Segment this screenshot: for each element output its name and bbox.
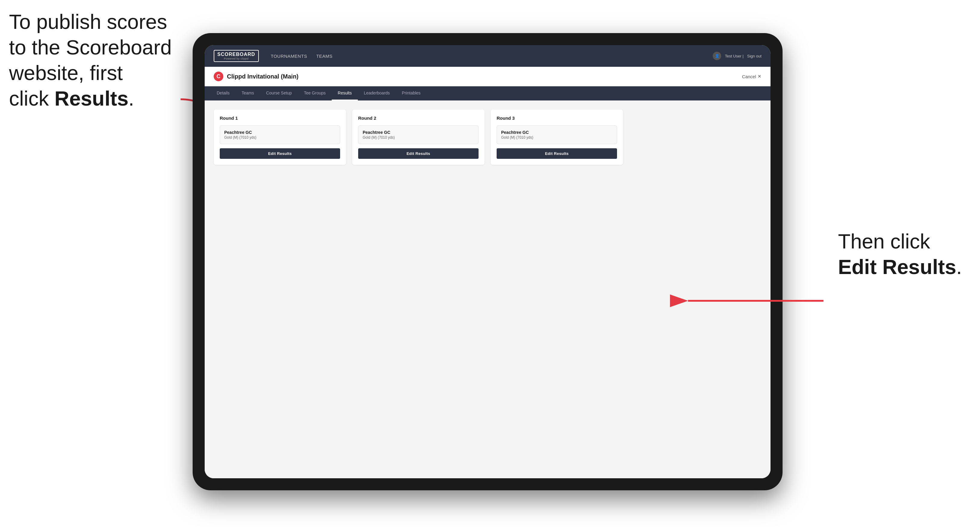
- round-1-card: Round 1 Peachtree GC Gold (M) (7010 yds)…: [214, 110, 346, 165]
- logo-scoreboard: SCOREBOARD: [217, 52, 255, 57]
- instruction-left: To publish scores to the Scoreboard webs…: [9, 9, 172, 111]
- tab-tee-groups[interactable]: Tee Groups: [298, 86, 332, 100]
- cancel-label: Cancel: [742, 74, 756, 79]
- logo-powered: Powered by clippd: [224, 57, 248, 60]
- round-1-course-card: Peachtree GC Gold (M) (7010 yds): [220, 125, 340, 144]
- round-2-card: Round 2 Peachtree GC Gold (M) (7010 yds)…: [352, 110, 485, 165]
- instruction-edit-results-bold: Edit Results: [838, 256, 956, 278]
- round-3-course-card: Peachtree GC Gold (M) (7010 yds): [496, 125, 617, 144]
- edit-results-round-2[interactable]: Edit Results: [358, 148, 479, 159]
- empty-column: [629, 110, 762, 165]
- round-3-title: Round 3: [496, 116, 617, 121]
- instruction-right: Then click Edit Results.: [838, 229, 962, 280]
- round-3-course-detail: Gold (M) (7010 yds): [501, 135, 612, 140]
- edit-results-round-3[interactable]: Edit Results: [496, 148, 617, 159]
- round-2-course-detail: Gold (M) (7010 yds): [363, 135, 474, 140]
- round-2-course-name: Peachtree GC: [363, 130, 474, 135]
- tab-leaderboards[interactable]: Leaderboards: [358, 86, 396, 100]
- round-3-card: Round 3 Peachtree GC Gold (M) (7010 yds)…: [491, 110, 623, 165]
- tournament-title-row: C Clippd Invitational (Main): [214, 71, 299, 81]
- sign-out-link[interactable]: Sign out: [747, 54, 762, 58]
- instruction-right-line1: Then click: [838, 230, 930, 253]
- user-icon: 👤: [713, 52, 721, 60]
- tab-results[interactable]: Results: [332, 86, 358, 100]
- tabs-bar: Details Teams Course Setup Tee Groups Re…: [205, 86, 770, 100]
- nav-links: TOURNAMENTS TEAMS: [271, 54, 713, 59]
- round-1-course-detail: Gold (M) (7010 yds): [224, 135, 336, 140]
- instruction-line4-prefix: click: [9, 87, 54, 110]
- edit-results-round-1[interactable]: Edit Results: [220, 148, 340, 159]
- nav-tournaments[interactable]: TOURNAMENTS: [271, 54, 307, 59]
- instruction-results-bold: Results: [54, 87, 129, 110]
- round-1-course-name: Peachtree GC: [224, 130, 336, 135]
- nav-right: 👤 Test User | Sign out: [713, 52, 762, 60]
- nav-teams[interactable]: TEAMS: [317, 54, 332, 59]
- tablet-device: SCOREBOARD Powered by clippd TOURNAMENTS…: [192, 33, 783, 490]
- instruction-right-suffix: .: [956, 256, 962, 278]
- round-2-title: Round 2: [358, 116, 479, 121]
- round-1-title: Round 1: [220, 116, 340, 121]
- cancel-button[interactable]: Cancel ✕: [742, 74, 762, 79]
- tournament-header: C Clippd Invitational (Main) Cancel ✕: [205, 67, 770, 86]
- arrow-to-edit-results: [679, 283, 829, 319]
- round-3-course-name: Peachtree GC: [501, 130, 612, 135]
- tablet-screen: SCOREBOARD Powered by clippd TOURNAMENTS…: [205, 45, 770, 478]
- round-2-course-card: Peachtree GC Gold (M) (7010 yds): [358, 125, 479, 144]
- tournament-logo: C: [214, 71, 223, 81]
- logo-area: SCOREBOARD Powered by clippd: [214, 50, 259, 62]
- user-label: Test User |: [725, 54, 743, 58]
- tab-printables[interactable]: Printables: [396, 86, 426, 100]
- rounds-grid: Round 1 Peachtree GC Gold (M) (7010 yds)…: [214, 110, 762, 165]
- instruction-line3: website, first: [9, 61, 123, 84]
- close-icon: ✕: [757, 74, 762, 79]
- tab-details[interactable]: Details: [211, 86, 235, 100]
- instruction-line4-suffix: .: [129, 87, 134, 110]
- instruction-line1: To publish scores: [9, 10, 167, 33]
- tab-teams[interactable]: Teams: [235, 86, 260, 100]
- logo-box: SCOREBOARD Powered by clippd: [214, 50, 259, 62]
- tab-course-setup[interactable]: Course Setup: [260, 86, 298, 100]
- tournament-name: Clippd Invitational (Main): [227, 73, 299, 80]
- navbar: SCOREBOARD Powered by clippd TOURNAMENTS…: [205, 45, 770, 67]
- instruction-line2: to the Scoreboard: [9, 36, 172, 59]
